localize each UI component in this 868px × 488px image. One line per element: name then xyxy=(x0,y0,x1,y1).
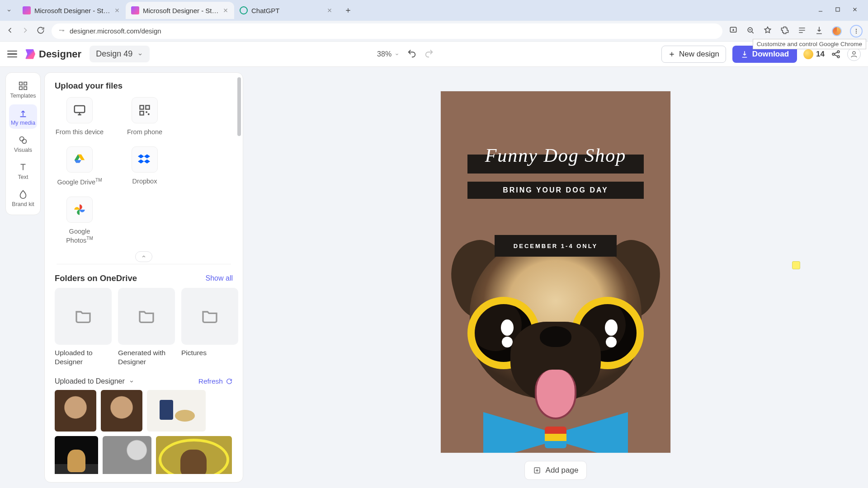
url-text: designer.microsoft.com/design xyxy=(70,27,161,35)
upload-label: Dropbox xyxy=(132,177,157,186)
tab-title: ChatGPT xyxy=(251,7,323,14)
folder-uploaded-to-designer[interactable]: Uploaded to Designer xyxy=(55,288,112,366)
rail-visuals[interactable]: Visuals xyxy=(9,131,37,156)
media-thumb[interactable] xyxy=(55,390,96,432)
reload-icon[interactable] xyxy=(36,26,45,37)
reading-list-icon[interactable] xyxy=(797,26,807,37)
rail-my-media[interactable]: My media xyxy=(9,104,37,129)
scrollbar-thumb[interactable] xyxy=(237,77,241,136)
upload-from-device[interactable]: From this device xyxy=(55,97,104,136)
bookmark-icon[interactable] xyxy=(763,26,772,37)
date-banner[interactable]: DECEMBER 1-4 ONLY xyxy=(495,235,617,257)
folder-icon xyxy=(137,307,156,325)
zoom-icon[interactable] xyxy=(746,26,755,37)
site-info-icon[interactable] xyxy=(58,27,65,35)
url-field[interactable]: designer.microsoft.com/design xyxy=(52,23,722,39)
new-design-button[interactable]: New design xyxy=(661,46,726,63)
downloads-icon[interactable] xyxy=(815,26,824,37)
show-all-link[interactable]: Show all xyxy=(206,274,233,282)
app-logo[interactable]: Designer xyxy=(25,48,81,60)
uploaded-section-dropdown[interactable]: Uploaded to Designer xyxy=(55,377,135,385)
media-thumb[interactable] xyxy=(55,436,98,474)
media-thumb[interactable] xyxy=(103,436,151,474)
tab-designer-1[interactable]: Microsoft Designer - Stunning xyxy=(17,2,126,19)
upload-from-phone[interactable]: From phone xyxy=(120,97,170,136)
chevron-down-icon xyxy=(128,378,135,385)
svg-rect-25 xyxy=(148,113,150,115)
tab-designer-2[interactable]: Microsoft Designer - Stunning xyxy=(126,2,234,19)
maximize-icon[interactable] xyxy=(835,6,841,14)
share-icon[interactable] xyxy=(831,49,841,59)
divider xyxy=(57,264,231,264)
back-icon[interactable] xyxy=(5,26,14,37)
new-design-label: New design xyxy=(679,50,719,59)
svg-point-18 xyxy=(20,137,24,141)
undo-icon[interactable] xyxy=(407,48,417,60)
media-thumb[interactable] xyxy=(101,390,142,432)
svg-rect-0 xyxy=(836,8,840,11)
collapse-upload-button[interactable] xyxy=(135,251,152,262)
extensions-icon[interactable] xyxy=(780,26,789,37)
upload-label: From phone xyxy=(127,128,162,136)
new-tab-button[interactable] xyxy=(342,4,354,17)
design-name: Design 49 xyxy=(96,49,132,59)
design-name-dropdown[interactable]: Design 49 xyxy=(90,46,150,62)
install-app-icon[interactable] xyxy=(729,26,738,37)
app-name: Designer xyxy=(39,48,81,60)
upload-dropbox[interactable]: Dropbox xyxy=(120,146,170,187)
forward-icon[interactable] xyxy=(21,26,30,37)
svg-point-7 xyxy=(856,28,857,29)
folder-icon xyxy=(201,307,219,325)
svg-point-13 xyxy=(853,52,855,54)
rail-templates[interactable]: Templates xyxy=(9,77,37,102)
credits-badge[interactable]: 14 xyxy=(803,49,825,59)
media-thumb[interactable] xyxy=(147,390,206,432)
tabs-dropdown-icon[interactable] xyxy=(5,6,14,15)
tab-title: Microsoft Designer - Stunning xyxy=(143,7,219,14)
hamburger-icon[interactable] xyxy=(7,51,17,58)
credits-value: 14 xyxy=(816,50,825,59)
folder-generated-with-designer[interactable]: Generated with Designer xyxy=(118,288,175,366)
redo-icon[interactable] xyxy=(424,48,434,60)
media-thumbnails xyxy=(55,390,233,474)
svg-rect-16 xyxy=(19,87,22,89)
rail-text[interactable]: Text xyxy=(9,159,37,183)
pug-image[interactable] xyxy=(449,227,662,453)
upload-label: From this device xyxy=(56,128,104,136)
svg-rect-21 xyxy=(140,106,144,109)
close-icon[interactable] xyxy=(222,7,229,14)
close-icon[interactable] xyxy=(114,7,120,14)
profile-avatar-icon[interactable] xyxy=(832,26,842,36)
chrome-menu-icon[interactable] xyxy=(850,25,863,38)
tab-chatgpt[interactable]: ChatGPT xyxy=(234,2,338,19)
tab-title: Microsoft Designer - Stunning xyxy=(34,7,110,14)
dropbox-icon xyxy=(132,146,158,173)
canvas-area[interactable]: Funny Dog Shop BRING YOUR DOG DAY DECEMB… xyxy=(243,67,868,488)
zoom-dropdown[interactable]: 38% xyxy=(377,50,400,58)
upload-google-photos[interactable]: Google PhotosTM xyxy=(55,197,104,245)
refresh-label: Refresh xyxy=(198,377,223,385)
download-icon xyxy=(741,50,749,58)
media-thumb[interactable] xyxy=(156,436,232,474)
design-artboard[interactable]: Funny Dog Shop BRING YOUR DOG DAY DECEMB… xyxy=(441,91,670,453)
folder-pictures[interactable]: Pictures xyxy=(181,288,238,366)
chevron-up-icon xyxy=(141,253,147,260)
refresh-button[interactable]: Refresh xyxy=(198,377,233,385)
text-icon xyxy=(18,162,28,172)
upload-google-drive[interactable]: Google DriveTM xyxy=(55,146,104,187)
svg-point-1 xyxy=(59,30,61,31)
window-close-icon[interactable] xyxy=(852,6,858,14)
account-icon[interactable] xyxy=(847,47,861,61)
subtitle-bar[interactable]: BRING YOUR DOG DAY xyxy=(467,182,644,199)
rail-brand-kit[interactable]: Brand kit xyxy=(9,186,37,210)
design-title-text[interactable]: Funny Dog Shop xyxy=(441,145,670,166)
subtitle-text: BRING YOUR DOG DAY xyxy=(503,186,609,194)
close-icon[interactable] xyxy=(326,7,333,14)
rail-label: Brand kit xyxy=(12,201,34,207)
monitor-icon xyxy=(66,97,93,123)
minimize-icon[interactable] xyxy=(817,6,824,14)
rail-label: Visuals xyxy=(14,147,32,153)
add-page-button[interactable]: Add page xyxy=(524,461,587,480)
favicon-icon xyxy=(240,6,248,14)
folders-section-title: Folders on OneDrive xyxy=(55,273,137,283)
